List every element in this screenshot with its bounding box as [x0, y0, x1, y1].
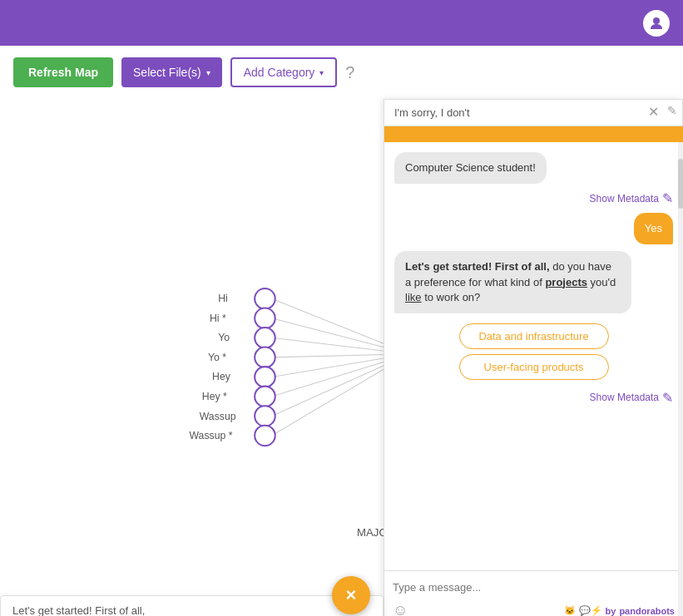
- bottom-notification: Let's get started! First of all,: [0, 595, 384, 616]
- select-files-button[interactable]: Select File(s) ▾: [121, 57, 222, 87]
- message-user-1: Yes: [634, 213, 673, 244]
- svg-text:Yo *: Yo *: [208, 352, 226, 363]
- add-category-caret: ▾: [319, 68, 324, 77]
- emoji-icon[interactable]: ☺: [393, 602, 408, 616]
- avatar[interactable]: [643, 10, 670, 37]
- svg-text:Yo: Yo: [218, 332, 230, 343]
- app-header: [0, 0, 683, 46]
- show-metadata-2[interactable]: Show Metadata ✎: [394, 390, 673, 406]
- svg-point-14: [255, 288, 275, 309]
- refresh-map-button[interactable]: Refresh Map: [13, 57, 113, 87]
- message-bot-2: Let's get started! First of all, do you …: [394, 251, 631, 313]
- chat-brand: 🐱 💬⚡ by pandorabots: [564, 605, 675, 616]
- svg-text:Hey *: Hey *: [202, 391, 227, 402]
- svg-point-0: [653, 17, 660, 24]
- toolbar: Refresh Map Select File(s) ▾ Add Categor…: [0, 46, 683, 99]
- option-user-facing[interactable]: User-facing products: [459, 354, 609, 380]
- scrollbar-thumb[interactable]: [678, 159, 683, 209]
- chat-input-area: ☺ 🐱 💬⚡ by pandorabots: [384, 570, 683, 616]
- svg-point-24: [255, 387, 275, 407]
- metadata-edit-icon-2: ✎: [662, 390, 673, 406]
- svg-text:Wassup: Wassup: [200, 411, 236, 422]
- metadata-edit-icon-1: ✎: [662, 190, 673, 206]
- svg-point-16: [255, 308, 275, 329]
- svg-point-28: [255, 426, 275, 446]
- notif-edit-icon[interactable]: ✎: [667, 104, 677, 117]
- help-button[interactable]: ?: [345, 63, 354, 82]
- svg-point-26: [255, 406, 275, 426]
- add-category-button[interactable]: Add Category ▾: [230, 57, 338, 87]
- main-area: Hello MAJOR Hi Hi * Yo Yo * Hey Hey *: [0, 99, 683, 616]
- chat-input[interactable]: [393, 578, 675, 597]
- message-bot-1: Computer Science student!: [394, 152, 547, 184]
- show-metadata-1[interactable]: Show Metadata ✎: [394, 190, 673, 206]
- notif-close-icon[interactable]: ✕: [648, 104, 659, 120]
- svg-point-20: [255, 347, 275, 368]
- option-data-infrastructure[interactable]: Data and infrastructure: [459, 323, 609, 349]
- select-files-caret: ▾: [206, 68, 210, 77]
- svg-text:Wassup *: Wassup *: [189, 430, 232, 441]
- chat-panel: ≡ counsel Computer Science student! Show…: [384, 99, 683, 616]
- svg-point-18: [255, 328, 275, 348]
- chat-options: Data and infrastructure User-facing prod…: [394, 320, 673, 383]
- scrollbar-track[interactable]: [678, 142, 683, 616]
- chat-messages[interactable]: Computer Science student! Show Metadata …: [384, 142, 683, 570]
- svg-point-22: [255, 367, 275, 387]
- notification-bar: I'm sorry, I don't ✕ ✎: [384, 99, 683, 126]
- float-close-button[interactable]: ×: [332, 576, 370, 614]
- svg-text:Hi: Hi: [218, 293, 228, 304]
- svg-text:Hi *: Hi *: [210, 313, 226, 324]
- chat-footer: ☺ 🐱 💬⚡ by pandorabots: [393, 602, 675, 616]
- svg-text:Hey: Hey: [212, 371, 231, 382]
